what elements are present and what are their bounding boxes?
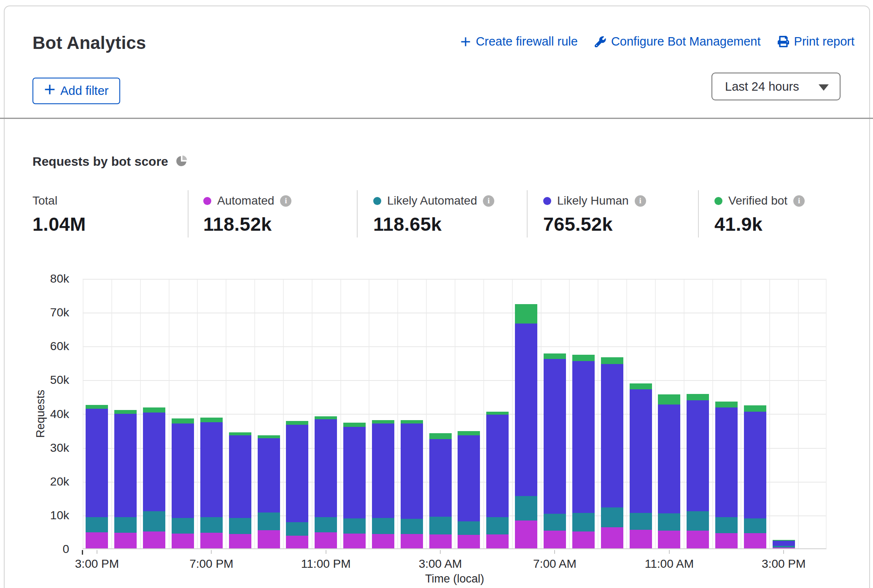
stacked-bar-hour-24[interactable] [773, 540, 795, 548]
stacked-bar-hour-12[interactable] [429, 433, 452, 548]
stacked-bar-hour-8[interactable] [315, 416, 337, 548]
x-tick-label: 3:00 PM [762, 557, 806, 571]
stacked-bar-hour-2[interactable] [143, 407, 165, 548]
bar-segment-likely-automated [572, 513, 595, 531]
bar-segment-automated [429, 534, 452, 548]
stacked-bar-hour-13[interactable] [458, 431, 480, 548]
bar-segment-verified-bot [429, 433, 452, 439]
bar-segment-verified-bot [630, 383, 652, 389]
x-axis-origin-tick [82, 550, 83, 555]
bar-segment-likely-automated [658, 513, 680, 530]
bar-segment-automated [687, 531, 709, 548]
plus-icon [461, 37, 471, 47]
bar-segment-likely-human [658, 405, 680, 513]
stacked-bar-hour-9[interactable] [343, 423, 366, 548]
stacked-bar-hour-7[interactable] [286, 421, 308, 548]
bar-segment-likely-human [744, 412, 766, 518]
stacked-bar-hour-23[interactable] [744, 405, 766, 548]
action-link-label: Configure Bot Management [611, 35, 761, 49]
bar-segment-verified-bot [458, 431, 480, 435]
bar-segment-verified-bot [172, 418, 194, 423]
info-icon[interactable]: i [483, 195, 494, 207]
stacked-bar-hour-21[interactable] [687, 394, 709, 548]
bar-segment-verified-bot [486, 412, 509, 415]
bar-segment-likely-human [630, 389, 652, 512]
page-title: Bot Analytics [32, 33, 146, 53]
stat-value: 765.52k [543, 213, 646, 235]
stacked-bar-hour-6[interactable] [258, 435, 280, 548]
stacked-bar-hour-1[interactable] [114, 410, 137, 548]
bar-segment-automated [172, 534, 194, 548]
time-range-dropdown[interactable]: Last 24 hours [711, 73, 841, 100]
stacked-bar-hour-11[interactable] [401, 420, 423, 548]
stacked-bar-hour-5[interactable] [229, 432, 251, 548]
configure-bot-management-link[interactable]: Configure Bot Management [595, 35, 761, 49]
stacked-bar-hour-0[interactable] [86, 405, 108, 549]
y-tick-label: 0 [25, 543, 69, 555]
stat-label: Likely Human [557, 194, 629, 208]
bar-segment-likely-human [544, 359, 566, 514]
requests-by-bot-score-chart[interactable] [83, 279, 827, 549]
x-tick-mark [211, 550, 212, 554]
x-tick-mark [326, 550, 326, 554]
bar-segment-likely-human [86, 409, 108, 517]
bar-segment-automated [572, 531, 595, 548]
bar-segment-automated [515, 521, 537, 549]
bar-segment-likely-human [229, 435, 251, 518]
stacked-bar-hour-17[interactable] [572, 355, 595, 548]
stacked-bar-hour-16[interactable] [544, 353, 566, 548]
bar-segment-verified-bot [114, 410, 137, 414]
chevron-down-icon [819, 84, 829, 91]
stacked-bar-hour-14[interactable] [486, 412, 509, 548]
info-icon[interactable]: i [635, 195, 646, 207]
create-firewall-rule-link[interactable]: Create firewall rule [461, 35, 578, 49]
bar-segment-likely-human [143, 413, 165, 511]
stat-likely-human: Likely Humani765.52k [543, 194, 646, 235]
stacked-bar-hour-22[interactable] [715, 402, 738, 548]
bar-segment-likely-automated [630, 513, 652, 530]
bar-segment-verified-bot [372, 420, 394, 423]
bar-segment-likely-automated [86, 517, 108, 532]
action-link-label: Create firewall rule [476, 35, 578, 49]
info-icon[interactable]: i [280, 195, 291, 207]
stat-label-row: Total [32, 194, 86, 208]
section-title: Requests by bot score [32, 154, 168, 169]
x-tick-mark [440, 550, 441, 554]
stacked-bar-hour-19[interactable] [630, 383, 652, 548]
y-tick-label: 40k [25, 408, 69, 420]
bar-segment-likely-human [172, 423, 194, 518]
bar-segment-likely-human [258, 438, 280, 512]
bar-segment-automated [744, 533, 766, 548]
stat-automated: Automatedi118.52k [203, 194, 291, 235]
stacked-bar-hour-18[interactable] [601, 357, 623, 548]
stacked-bar-hour-20[interactable] [658, 394, 680, 548]
bar-segment-verified-bot [572, 355, 595, 361]
bar-segment-verified-bot [315, 416, 337, 419]
bar-segment-automated [315, 532, 337, 548]
bar-segment-likely-automated [429, 517, 452, 534]
bar-segment-automated [343, 534, 366, 548]
print-report-link[interactable]: Print report [778, 35, 854, 49]
bar-segment-likely-automated [143, 511, 165, 531]
stacked-bar-hour-3[interactable] [172, 418, 194, 548]
legend-dot [373, 197, 381, 205]
bar-segment-likely-automated [715, 517, 738, 533]
bar-segment-likely-automated [601, 507, 623, 527]
bar-segment-automated [200, 533, 223, 548]
stacked-bar-hour-15[interactable] [515, 304, 537, 548]
bar-segment-likely-automated [458, 521, 480, 535]
stacked-bar-hour-4[interactable] [200, 418, 223, 548]
y-tick-label: 80k [25, 273, 69, 285]
bar-segment-likely-automated [515, 496, 537, 521]
bar-segment-likely-human [773, 541, 795, 546]
info-icon[interactable]: i [793, 195, 805, 207]
stacked-bar-hour-10[interactable] [372, 420, 394, 548]
bar-segment-automated [715, 533, 738, 548]
bar-segment-verified-bot [343, 423, 366, 427]
bar-segment-automated [401, 534, 423, 548]
add-filter-button[interactable]: Add filter [32, 78, 120, 104]
bar-segment-likely-automated [372, 518, 394, 534]
bar-segment-verified-bot [715, 402, 738, 407]
bar-segment-automated [286, 536, 308, 548]
bar-segment-verified-bot [601, 357, 623, 364]
